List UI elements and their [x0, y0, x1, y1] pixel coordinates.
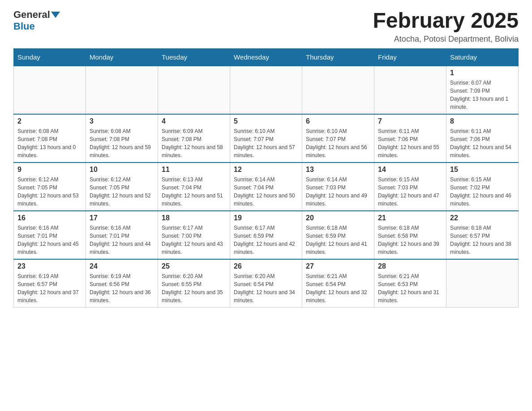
- day-number: 15: [450, 166, 515, 174]
- calendar-cell: 28Sunrise: 6:21 AM Sunset: 6:53 PM Dayli…: [374, 259, 446, 308]
- day-number: 21: [378, 214, 442, 222]
- calendar-cell: 23Sunrise: 6:19 AM Sunset: 6:57 PM Dayli…: [14, 259, 86, 308]
- day-info: Sunrise: 6:08 AM Sunset: 7:08 PM Dayligh…: [90, 127, 154, 159]
- day-number: 5: [234, 117, 298, 125]
- day-number: 10: [90, 166, 154, 174]
- day-info: Sunrise: 6:13 AM Sunset: 7:04 PM Dayligh…: [162, 176, 226, 208]
- day-info: Sunrise: 6:10 AM Sunset: 7:07 PM Dayligh…: [306, 127, 370, 159]
- day-info: Sunrise: 6:11 AM Sunset: 7:06 PM Dayligh…: [450, 127, 515, 159]
- day-number: 25: [162, 262, 226, 270]
- day-number: 2: [17, 117, 82, 125]
- month-title: February 2025: [373, 9, 519, 33]
- day-info: Sunrise: 6:20 AM Sunset: 6:55 PM Dayligh…: [162, 272, 226, 304]
- day-number: 3: [90, 117, 154, 125]
- calendar-cell: 27Sunrise: 6:21 AM Sunset: 6:54 PM Dayli…: [302, 259, 374, 308]
- calendar-cell: 12Sunrise: 6:14 AM Sunset: 7:04 PM Dayli…: [230, 163, 302, 211]
- day-number: 18: [162, 214, 226, 222]
- calendar-cell: 4Sunrise: 6:09 AM Sunset: 7:08 PM Daylig…: [158, 114, 230, 163]
- day-number: 23: [17, 262, 82, 270]
- calendar-week-row: 1Sunrise: 6:07 AM Sunset: 7:09 PM Daylig…: [14, 66, 519, 114]
- day-number: 19: [234, 214, 298, 222]
- calendar-cell: 21Sunrise: 6:18 AM Sunset: 6:58 PM Dayli…: [374, 211, 446, 259]
- logo-general-text: General: [13, 9, 50, 21]
- day-number: 12: [234, 166, 298, 174]
- calendar-week-row: 23Sunrise: 6:19 AM Sunset: 6:57 PM Dayli…: [14, 259, 519, 308]
- calendar-week-row: 9Sunrise: 6:12 AM Sunset: 7:05 PM Daylig…: [14, 163, 519, 211]
- calendar-cell: 16Sunrise: 6:16 AM Sunset: 7:01 PM Dayli…: [14, 211, 86, 259]
- day-info: Sunrise: 6:20 AM Sunset: 6:54 PM Dayligh…: [234, 272, 298, 304]
- header-friday: Friday: [374, 48, 446, 66]
- calendar-cell: 18Sunrise: 6:17 AM Sunset: 7:00 PM Dayli…: [158, 211, 230, 259]
- day-number: 4: [162, 117, 226, 125]
- calendar-cell: [230, 66, 302, 114]
- header-tuesday: Tuesday: [158, 48, 230, 66]
- calendar-cell: 8Sunrise: 6:11 AM Sunset: 7:06 PM Daylig…: [446, 114, 519, 163]
- day-info: Sunrise: 6:21 AM Sunset: 6:53 PM Dayligh…: [378, 272, 442, 304]
- day-info: Sunrise: 6:18 AM Sunset: 6:58 PM Dayligh…: [378, 224, 442, 256]
- calendar-cell: 3Sunrise: 6:08 AM Sunset: 7:08 PM Daylig…: [86, 114, 158, 163]
- day-number: 26: [234, 262, 298, 270]
- calendar-cell: [446, 259, 519, 308]
- header-wednesday: Wednesday: [230, 48, 302, 66]
- day-number: 24: [90, 262, 154, 270]
- day-info: Sunrise: 6:19 AM Sunset: 6:57 PM Dayligh…: [17, 272, 82, 304]
- calendar-week-row: 16Sunrise: 6:16 AM Sunset: 7:01 PM Dayli…: [14, 211, 519, 259]
- day-number: 27: [306, 262, 370, 270]
- calendar-cell: 6Sunrise: 6:10 AM Sunset: 7:07 PM Daylig…: [302, 114, 374, 163]
- calendar-cell: 14Sunrise: 6:15 AM Sunset: 7:03 PM Dayli…: [374, 163, 446, 211]
- day-info: Sunrise: 6:14 AM Sunset: 7:03 PM Dayligh…: [306, 176, 370, 208]
- day-number: 16: [17, 214, 82, 222]
- calendar-header: Sunday Monday Tuesday Wednesday Thursday…: [14, 48, 519, 66]
- calendar-cell: 7Sunrise: 6:11 AM Sunset: 7:06 PM Daylig…: [374, 114, 446, 163]
- day-info: Sunrise: 6:15 AM Sunset: 7:03 PM Dayligh…: [378, 176, 442, 208]
- day-number: 1: [450, 69, 515, 77]
- day-number: 9: [17, 166, 82, 174]
- calendar-cell: [302, 66, 374, 114]
- day-info: Sunrise: 6:14 AM Sunset: 7:04 PM Dayligh…: [234, 176, 298, 208]
- day-info: Sunrise: 6:17 AM Sunset: 6:59 PM Dayligh…: [234, 224, 298, 256]
- day-info: Sunrise: 6:09 AM Sunset: 7:08 PM Dayligh…: [162, 127, 226, 159]
- calendar-body: 1Sunrise: 6:07 AM Sunset: 7:09 PM Daylig…: [14, 66, 519, 308]
- logo: General Blue: [13, 9, 61, 32]
- location-subtitle: Atocha, Potosi Department, Bolivia: [373, 34, 519, 44]
- day-info: Sunrise: 6:11 AM Sunset: 7:06 PM Dayligh…: [378, 127, 442, 159]
- calendar-cell: [14, 66, 86, 114]
- header-row: Sunday Monday Tuesday Wednesday Thursday…: [14, 48, 519, 66]
- day-info: Sunrise: 6:19 AM Sunset: 6:56 PM Dayligh…: [90, 272, 154, 304]
- day-info: Sunrise: 6:08 AM Sunset: 7:08 PM Dayligh…: [17, 127, 82, 159]
- calendar-cell: 25Sunrise: 6:20 AM Sunset: 6:55 PM Dayli…: [158, 259, 230, 308]
- header-sunday: Sunday: [14, 48, 86, 66]
- day-number: 22: [450, 214, 515, 222]
- day-number: 20: [306, 214, 370, 222]
- calendar-cell: 17Sunrise: 6:16 AM Sunset: 7:01 PM Dayli…: [86, 211, 158, 259]
- calendar-cell: 20Sunrise: 6:18 AM Sunset: 6:59 PM Dayli…: [302, 211, 374, 259]
- calendar-cell: 22Sunrise: 6:18 AM Sunset: 6:57 PM Dayli…: [446, 211, 519, 259]
- calendar-cell: 9Sunrise: 6:12 AM Sunset: 7:05 PM Daylig…: [14, 163, 86, 211]
- calendar-week-row: 2Sunrise: 6:08 AM Sunset: 7:08 PM Daylig…: [14, 114, 519, 163]
- day-info: Sunrise: 6:16 AM Sunset: 7:01 PM Dayligh…: [17, 224, 82, 256]
- calendar-table: Sunday Monday Tuesday Wednesday Thursday…: [13, 48, 519, 308]
- calendar-cell: 15Sunrise: 6:15 AM Sunset: 7:02 PM Dayli…: [446, 163, 519, 211]
- day-info: Sunrise: 6:17 AM Sunset: 7:00 PM Dayligh…: [162, 224, 226, 256]
- day-info: Sunrise: 6:16 AM Sunset: 7:01 PM Dayligh…: [90, 224, 154, 256]
- calendar-cell: 11Sunrise: 6:13 AM Sunset: 7:04 PM Dayli…: [158, 163, 230, 211]
- logo-blue-text: Blue: [13, 21, 35, 32]
- logo-triangle-icon: [51, 12, 60, 18]
- header-thursday: Thursday: [302, 48, 374, 66]
- day-info: Sunrise: 6:18 AM Sunset: 6:59 PM Dayligh…: [306, 224, 370, 256]
- day-number: 11: [162, 166, 226, 174]
- day-info: Sunrise: 6:07 AM Sunset: 7:09 PM Dayligh…: [450, 79, 515, 111]
- day-number: 28: [378, 262, 442, 270]
- day-number: 6: [306, 117, 370, 125]
- day-number: 14: [378, 166, 442, 174]
- header-monday: Monday: [86, 48, 158, 66]
- day-info: Sunrise: 6:18 AM Sunset: 6:57 PM Dayligh…: [450, 224, 515, 256]
- day-info: Sunrise: 6:10 AM Sunset: 7:07 PM Dayligh…: [234, 127, 298, 159]
- calendar-cell: 10Sunrise: 6:12 AM Sunset: 7:05 PM Dayli…: [86, 163, 158, 211]
- calendar-cell: [158, 66, 230, 114]
- header-saturday: Saturday: [446, 48, 519, 66]
- day-number: 8: [450, 117, 515, 125]
- calendar-cell: 13Sunrise: 6:14 AM Sunset: 7:03 PM Dayli…: [302, 163, 374, 211]
- day-number: 17: [90, 214, 154, 222]
- calendar-cell: [374, 66, 446, 114]
